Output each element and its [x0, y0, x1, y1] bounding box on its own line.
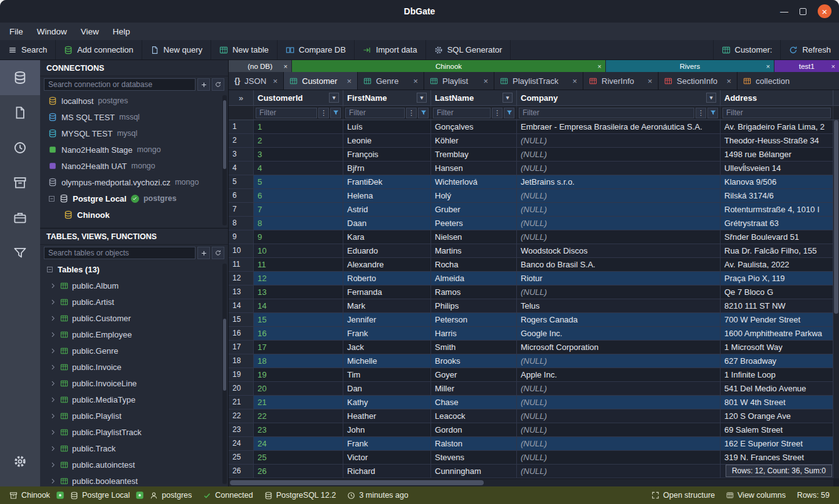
cell-lastname[interactable]: Köhler	[431, 134, 517, 148]
cell-lastname[interactable]: Gordon	[431, 423, 517, 437]
connection-item-nano2health-stage[interactable]: Nano2Health Stagemongo	[40, 141, 228, 158]
cell-lastname[interactable]: Philips	[431, 299, 517, 313]
cell-company[interactable]: (NULL)	[517, 437, 721, 451]
cell-firstname[interactable]: Luís	[343, 120, 431, 134]
cell-lastname[interactable]: Gruber	[431, 203, 517, 217]
filter-menu-button[interactable]: ⋮	[492, 108, 503, 118]
vertical-scrollbar[interactable]	[833, 120, 839, 478]
cell-lastname[interactable]: Cunningham	[431, 465, 517, 478]
table-row-2[interactable]: 22LeonieKöhler(NULL)Theodor-Heuss-Straße…	[229, 134, 839, 148]
table-row-9[interactable]: 99KaraNielsen(NULL)Sřnder Boulevard 51	[229, 230, 839, 244]
expand-all-button[interactable]: »	[229, 90, 254, 105]
cell-firstname[interactable]: Kathy	[343, 396, 431, 409]
close-icon[interactable]: ×	[766, 63, 770, 70]
toolbar-button-compare-db[interactable]: Compare DB	[278, 40, 355, 59]
toolbar-button-customer[interactable]: Customer:	[713, 40, 781, 59]
toolbar-button-import-data[interactable]: Import data	[355, 40, 426, 59]
cell-firstname[interactable]: Jennifer	[343, 313, 431, 327]
table-row-1[interactable]: 11LuísGonçalvesEmbraer - Empresa Brasile…	[229, 120, 839, 134]
table-row-25[interactable]: 2525VictorStevens(NULL)319 N. Frances St…	[229, 451, 839, 465]
table-item-public-album[interactable]: public.Album	[40, 277, 228, 294]
refresh-connections-button[interactable]	[212, 78, 224, 91]
connection-item-postgre-local[interactable]: Postgre Localpostgres	[40, 190, 228, 207]
cell-address[interactable]: 8210 111 ST NW	[721, 299, 833, 313]
cell-firstname[interactable]: Michelle	[343, 354, 431, 368]
cell-customerid[interactable]: 20	[254, 382, 343, 396]
cell-lastname[interactable]: Harris	[431, 327, 517, 341]
cell-company[interactable]: (NULL)	[517, 148, 721, 162]
cell-firstname[interactable]: Tim	[343, 368, 431, 382]
table-row-4[interactable]: 44BjřrnHansen(NULL)Ullevĺlsveien 14	[229, 162, 839, 175]
column-header-customerid[interactable]: CustomerId▾	[254, 90, 343, 105]
cell-customerid[interactable]: 14	[254, 299, 343, 313]
cell-customerid[interactable]: 9	[254, 230, 343, 244]
filter-input-firstname[interactable]	[345, 108, 405, 118]
tables-scrollbar[interactable]	[222, 264, 227, 484]
statusbar-connection[interactable]: Postgre Local	[65, 491, 135, 500]
collapse-icon[interactable]	[46, 266, 53, 273]
cell-company[interactable]: Google Inc.	[517, 327, 721, 341]
table-row-12[interactable]: 1212RobertoAlmeidaRioturPraça Pio X, 119	[229, 272, 839, 285]
close-icon[interactable]: ×	[284, 63, 288, 70]
scrollbar-thumb[interactable]	[834, 120, 838, 314]
cell-company[interactable]: Riotur	[517, 272, 721, 285]
cell-firstname[interactable]: Leonie	[343, 134, 431, 148]
filter-funnel-button[interactable]	[418, 108, 429, 118]
connections-scrollbar[interactable]	[222, 95, 227, 225]
add-connection-button[interactable]	[197, 78, 210, 91]
cell-lastname[interactable]: Almeida	[431, 272, 517, 285]
tables-search-input[interactable]	[44, 247, 195, 259]
cell-company[interactable]: Banco do Brasil S.A.	[517, 258, 721, 272]
cell-firstname[interactable]: John	[343, 423, 431, 437]
cell-customerid[interactable]: 10	[254, 244, 343, 258]
cell-firstname[interactable]: Mark	[343, 299, 431, 313]
cell-company[interactable]: Embraer - Empresa Brasileira de Aeronáut…	[517, 120, 721, 134]
cell-customerid[interactable]: 2	[254, 134, 343, 148]
database-item-chinook[interactable]: Chinook	[40, 207, 228, 223]
file-tab-json[interactable]: {}JSON×	[229, 72, 284, 90]
cell-company[interactable]: (NULL)	[517, 423, 721, 437]
cell-customerid[interactable]: 16	[254, 327, 343, 341]
minimize-button[interactable]: —	[780, 7, 788, 16]
cell-address[interactable]: Av. Paulista, 2022	[721, 258, 833, 272]
cell-lastname[interactable]: Leacock	[431, 409, 517, 423]
cell-company[interactable]: (NULL)	[517, 285, 721, 299]
cell-firstname[interactable]: Helena	[343, 189, 431, 203]
cell-address[interactable]: Praça Pio X, 119	[721, 272, 833, 285]
add-table-button[interactable]	[197, 247, 210, 259]
statusbar-database[interactable]: Chinook	[4, 491, 56, 500]
cell-customerid[interactable]: 12	[254, 272, 343, 285]
column-header-company[interactable]: Company▾	[517, 90, 721, 105]
cell-lastname[interactable]: Nielsen	[431, 230, 517, 244]
connection-item-olympus-medportal-vychozi-cz[interactable]: olympus-medportal.vychozi.czmongo	[40, 174, 228, 190]
cell-customerid[interactable]: 19	[254, 368, 343, 382]
horizontal-scrollbar[interactable]	[229, 478, 833, 486]
cell-customerid[interactable]: 6	[254, 189, 343, 203]
cell-firstname[interactable]: Daan	[343, 217, 431, 230]
cell-address[interactable]: 120 S Orange Ave	[721, 409, 833, 423]
cell-firstname[interactable]: Roberto	[343, 272, 431, 285]
cell-address[interactable]: Ullevĺlsveien 14	[721, 162, 833, 175]
cell-customerid[interactable]: 24	[254, 437, 343, 451]
cell-company[interactable]: Rogers Canada	[517, 313, 721, 327]
toolbar-button-new-query[interactable]: New query	[142, 40, 211, 59]
cell-firstname[interactable]: Frank	[343, 437, 431, 451]
cell-address[interactable]: 162 E Superior Street	[721, 437, 833, 451]
cell-company[interactable]: (NULL)	[517, 162, 721, 175]
close-icon[interactable]: ×	[647, 76, 652, 86]
table-item-public-artist[interactable]: public.Artist	[40, 294, 228, 310]
file-tab-sectioninfo[interactable]: SectionInfo×	[659, 72, 737, 90]
close-icon[interactable]: ×	[572, 76, 577, 86]
cell-lastname[interactable]: Smith	[431, 341, 517, 354]
filter-menu-button[interactable]: ⋮	[696, 108, 706, 118]
cell-lastname[interactable]: Peeters	[431, 217, 517, 230]
cell-address[interactable]: 1 Microsoft Way	[721, 341, 833, 354]
column-dropdown-icon[interactable]: ▾	[503, 93, 513, 103]
filter-input-company[interactable]	[519, 108, 694, 118]
cell-company[interactable]: (NULL)	[517, 134, 721, 148]
cell-lastname[interactable]: Rocha	[431, 258, 517, 272]
table-item-public-employee[interactable]: public.Employee	[40, 326, 228, 342]
cell-company[interactable]: Microsoft Corporation	[517, 341, 721, 354]
maximize-button[interactable]	[800, 8, 806, 15]
filter-funnel-button[interactable]	[504, 108, 514, 118]
